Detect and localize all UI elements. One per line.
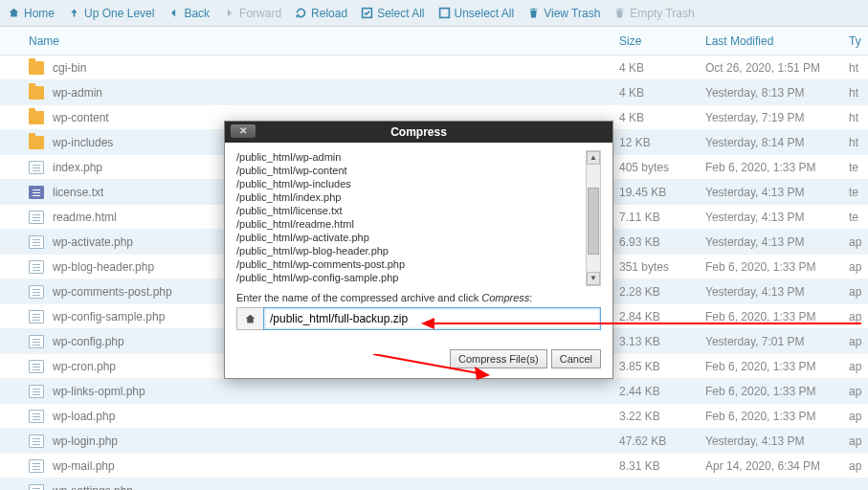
col-header-type[interactable]: Ty [849, 34, 868, 48]
file-size: 4 KB [619, 111, 705, 124]
file-name: wp-blog-header.php [53, 260, 154, 274]
scroll-down-icon[interactable]: ▼ [587, 272, 600, 285]
file-modified: Feb 6, 2020, 1:33 PM [705, 260, 849, 274]
dialog-titlebar: ✕ Compress [225, 122, 612, 143]
table-row[interactable]: cgi-bin4 KBOct 26, 2020, 1:51 PMht [0, 56, 868, 80]
document-icon [29, 186, 44, 199]
folder-icon [29, 136, 44, 149]
file-type: ap [849, 310, 868, 323]
file-type: ht [849, 111, 868, 124]
scroll-thumb[interactable] [588, 188, 599, 255]
svg-rect-1 [439, 9, 449, 18]
view-trash-button[interactable]: View Trash [527, 7, 600, 20]
file-name: wp-content [53, 111, 109, 124]
scrollbar[interactable]: ▲ ▼ [586, 150, 601, 286]
trash-icon [613, 7, 626, 19]
file-modified: Oct 26, 2020, 1:51 PM [705, 61, 849, 75]
table-row[interactable]: wp-links-opml.php2.44 KBFeb 6, 2020, 1:3… [0, 379, 868, 404]
file-type: ap [849, 434, 868, 448]
file-name: license.txt [53, 186, 103, 199]
file-type: te [849, 211, 868, 224]
table-row[interactable]: wp-mail.php8.31 KBApr 14, 2020, 6:34 PMa… [0, 454, 868, 479]
folder-icon [29, 61, 44, 75]
compress-path-item: /public_html/license.txt [236, 204, 576, 217]
empty-trash-button[interactable]: Empty Trash [613, 7, 694, 20]
file-size: 2.84 KB [619, 310, 705, 323]
dialog-close-button[interactable]: ✕ [231, 124, 256, 138]
file-size: 12 KB [619, 136, 705, 149]
file-type: ht [849, 61, 868, 75]
unselect-all-button[interactable]: Unselect All [438, 7, 515, 20]
file-modified: Feb 6, 2020, 1:33 PM [705, 410, 849, 423]
folder-icon [29, 111, 44, 124]
file-name: wp-config.php [53, 335, 124, 348]
file-name: wp-admin [53, 86, 102, 100]
col-header-name[interactable]: Name [29, 34, 619, 48]
file-size: 7.11 KB [619, 211, 705, 224]
home-path-button[interactable] [236, 307, 263, 330]
table-row[interactable]: wp-load.php3.22 KBFeb 6, 2020, 1:33 PMap [0, 404, 868, 429]
file-type: te [849, 161, 868, 174]
file-size: 405 bytes [619, 161, 705, 174]
file-type: ap [849, 260, 868, 274]
file-name: wp-cron.php [53, 360, 116, 373]
table-row[interactable]: wp-settings.php [0, 479, 868, 490]
arrow-right-icon [223, 7, 235, 19]
dialog-title: Compress [390, 125, 447, 139]
file-name: wp-mail.php [53, 459, 115, 473]
file-size: 2.28 KB [619, 285, 705, 299]
table-row[interactable]: wp-login.php47.62 KBYesterday, 4:13 PMap [0, 429, 868, 454]
file-type: ht [849, 86, 868, 100]
file-size: 351 bytes [619, 260, 705, 274]
back-button[interactable]: Back [167, 7, 210, 20]
file-size: 4 KB [619, 61, 705, 75]
reload-button[interactable]: Reload [295, 7, 347, 20]
file-size: 47.62 KB [619, 434, 705, 448]
table-row[interactable]: wp-admin4 KBYesterday, 8:13 PMht [0, 80, 868, 105]
file-modified: Feb 6, 2020, 1:33 PM [705, 385, 849, 398]
forward-label: Forward [239, 7, 281, 20]
file-modified: Yesterday, 7:01 PM [705, 335, 849, 348]
file-size: 19.45 KB [619, 186, 705, 199]
back-label: Back [184, 7, 210, 20]
file-modified: Feb 6, 2020, 1:33 PM [705, 161, 849, 174]
file-name: wp-login.php [53, 434, 118, 448]
compress-path-item: /public_html/wp-admin [236, 150, 576, 164]
file-size: 8.31 KB [619, 459, 705, 473]
select-all-button[interactable]: Select All [361, 7, 424, 20]
up-one-level-button[interactable]: Up One Level [68, 7, 154, 20]
scroll-up-icon[interactable]: ▲ [587, 151, 600, 165]
file-size: 3.22 KB [619, 410, 705, 423]
home-button[interactable]: Home [8, 7, 55, 20]
unselect-all-label: Unselect All [455, 7, 515, 20]
cancel-button[interactable]: Cancel [551, 349, 601, 368]
archive-name-input[interactable] [263, 307, 601, 330]
compress-path-item: /public_html/wp-blog-header.php [236, 244, 576, 257]
forward-button[interactable]: Forward [223, 7, 281, 20]
arrow-up-icon [68, 7, 80, 19]
compress-path-item: /public_html/wp-config-sample.php [236, 271, 576, 284]
compress-path-item: /public_html/wp-includes [236, 177, 576, 190]
file-icon [29, 410, 44, 423]
select-all-label: Select All [377, 7, 424, 20]
trash-icon [527, 7, 540, 19]
home-icon [8, 7, 20, 19]
compress-files-button[interactable]: Compress File(s) [450, 349, 547, 368]
arrow-left-icon [167, 7, 180, 19]
file-name: wp-activate.php [53, 235, 133, 249]
file-modified: Yesterday, 4:13 PM [705, 211, 849, 224]
file-type: te [849, 186, 868, 199]
file-size: 4 KB [619, 86, 705, 100]
file-modified: Yesterday, 4:13 PM [705, 285, 849, 299]
col-header-modified[interactable]: Last Modified [705, 34, 849, 48]
file-icon [29, 285, 44, 299]
file-type: ap [849, 385, 868, 398]
file-type: ap [849, 360, 868, 373]
col-header-size[interactable]: Size [619, 34, 705, 48]
compress-path-item: /public_html/readme.html [236, 217, 576, 231]
reload-icon [295, 7, 307, 19]
compress-prompt: Enter the name of the compressed archive… [236, 292, 601, 303]
file-icon [29, 434, 44, 448]
home-label: Home [24, 7, 55, 20]
file-modified: Feb 6, 2020, 1:33 PM [705, 310, 849, 323]
